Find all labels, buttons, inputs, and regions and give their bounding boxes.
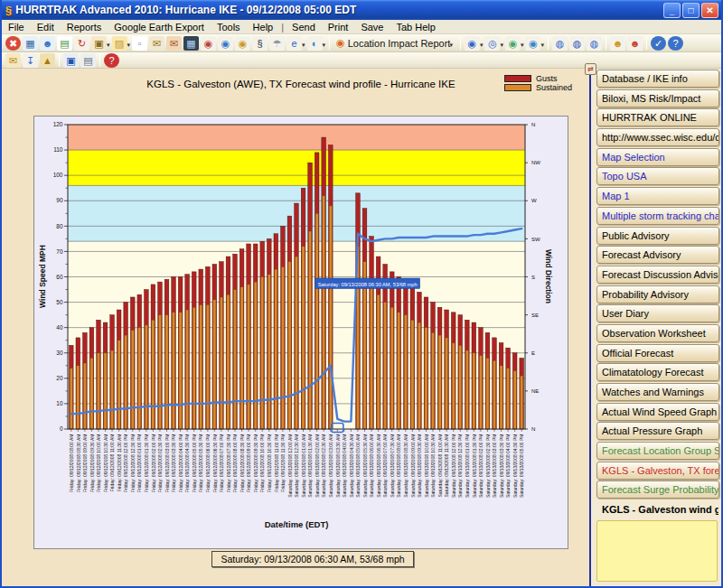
- svg-text:Friday: 09/12/2008 05:00 PM: Friday: 09/12/2008 05:00 PM: [192, 434, 197, 493]
- tab-climatatology-forecast[interactable]: Climatatology Forecast: [596, 363, 719, 381]
- tab-kgls-galveston-tx-forecast-deta[interactable]: KGLS - Galveston, TX forecast deta: [596, 462, 719, 480]
- mail-receive-icon[interactable]: ✉: [166, 36, 182, 51]
- user-profile-icon[interactable]: ☻: [40, 36, 55, 51]
- import-data-icon[interactable]: ↧: [23, 53, 38, 68]
- tab-map-1[interactable]: Map 1: [596, 187, 719, 205]
- dropdown-arrow-icon[interactable]: ▾: [480, 42, 484, 49]
- archive-stamp-icon[interactable]: ▲: [40, 53, 55, 68]
- location-impact-report-button[interactable]: ◉Location Impact Report▾: [333, 37, 457, 49]
- svg-text:Saturday: 09/13/2008 10:00 AM: Saturday: 09/13/2008 10:00 AM: [424, 434, 429, 498]
- tab-forecast-surge-probability[interactable]: Forecast Surge Probability: [596, 481, 719, 499]
- svg-text:Saturday: 09/13/2008 07:00 AM: Saturday: 09/13/2008 07:00 AM: [382, 434, 388, 498]
- dropdown-arrow-icon[interactable]: ▾: [521, 42, 524, 49]
- main-content: KGLS - Galveston (AWE), TX Forecast wind…: [2, 69, 721, 588]
- tab-map-selection[interactable]: Map Selection: [596, 148, 719, 166]
- menu-file[interactable]: File: [2, 22, 31, 33]
- map-image-icon[interactable]: ▦: [183, 36, 199, 51]
- sidebar-collapse-button[interactable]: ⇄: [585, 63, 596, 75]
- tab-multiple-storm-tracking-chart[interactable]: Multiple storm tracking chart: [596, 207, 719, 225]
- help-stop-icon[interactable]: ?: [104, 53, 119, 68]
- tab-actual-wind-speed-graph[interactable]: Actual Wind Speed Graph: [596, 403, 719, 421]
- analyst-alert-icon[interactable]: ☻: [627, 36, 643, 51]
- hurricane-symbol-icon[interactable]: §: [252, 36, 268, 51]
- globe-weather-icon[interactable]: ◉: [235, 36, 250, 51]
- report-sphere3-icon[interactable]: ◉: [525, 36, 540, 51]
- svg-text:Saturday: 09/13/2008 01:30 PM: Saturday: 09/13/2008 01:30 PM: [472, 434, 477, 499]
- tab-official-forecast[interactable]: Official Forecast: [596, 344, 719, 362]
- web-browser-icon[interactable]: e: [286, 36, 302, 51]
- globe-info1-icon[interactable]: ◍: [552, 36, 568, 51]
- dropdown-arrow-icon[interactable]: ▾: [500, 42, 503, 49]
- dropdown-arrow-icon[interactable]: ▾: [323, 42, 326, 49]
- print-icon[interactable]: ▤: [80, 53, 96, 68]
- toolbar-separator: [606, 37, 606, 50]
- dropdown-arrow-icon[interactable]: ▾: [127, 42, 131, 49]
- tab-topo-usa[interactable]: Topo USA: [596, 167, 719, 185]
- chart-legend: Gusts Sustained: [504, 74, 572, 92]
- menu-save[interactable]: Save: [354, 22, 390, 33]
- maximize-button[interactable]: □: [682, 3, 700, 18]
- svg-text:Saturday: 09/13/2008 06:00 AM: Saturday: 09/13/2008 06:00 AM: [369, 434, 374, 498]
- menu-print[interactable]: Print: [322, 22, 355, 33]
- minimize-button[interactable]: _: [663, 3, 681, 18]
- menu-tools[interactable]: Tools: [211, 22, 247, 33]
- report-spheres-icon[interactable]: ◉: [505, 36, 521, 51]
- report-sphere2-icon[interactable]: ◎: [484, 36, 500, 51]
- dropdown-arrow-icon[interactable]: ▾: [302, 42, 305, 49]
- report-sphere1-icon[interactable]: ◉: [465, 36, 480, 51]
- menu-google-earth-export[interactable]: Google Earth Export: [108, 22, 211, 33]
- menu-send[interactable]: Send: [286, 22, 322, 33]
- tab-database-ike-info[interactable]: Database / IKE info: [596, 70, 719, 88]
- globe-atlantic-icon[interactable]: ◉: [218, 36, 233, 51]
- report-form-icon[interactable]: ▤: [57, 36, 72, 51]
- tab-watches-and-warnings[interactable]: Watches and Warnings: [596, 383, 719, 401]
- menu-tab-help[interactable]: Tab Help: [390, 22, 441, 33]
- svg-text:Friday: 09/12/2008 11:00 AM: Friday: 09/12/2008 11:00 AM: [109, 434, 115, 492]
- help-icon[interactable]: ?: [668, 36, 683, 51]
- menu-edit[interactable]: Edit: [31, 22, 61, 33]
- tab-forecast-location-group-summary[interactable]: Forecast Location Group Summary: [596, 442, 719, 460]
- tab-forecast-advisory[interactable]: Forecast Advisory: [596, 246, 719, 264]
- tab-biloxi-ms-risk-impact[interactable]: Biloxi, MS Risk/Impact: [596, 89, 719, 107]
- dropdown-arrow-icon[interactable]: ▾: [107, 42, 110, 49]
- hurricane-app-icon: §: [5, 4, 12, 17]
- tab-http-www-ssec-wisc-edu-data-g8-lat[interactable]: http://www.ssec.wisc.edu/data/g8/lat: [596, 128, 719, 146]
- save-icon[interactable]: ▣: [63, 53, 79, 68]
- database-icon[interactable]: ▣: [91, 36, 107, 51]
- globe-info3-icon[interactable]: ◍: [587, 36, 602, 51]
- tab-hurrtrak-online[interactable]: HURRTRAK ONLINE: [596, 108, 719, 126]
- menu-reports[interactable]: Reports: [61, 22, 108, 33]
- svg-text:N: N: [531, 426, 535, 432]
- google-earth-icon[interactable]: ◐: [307, 36, 323, 51]
- analyst-query-icon[interactable]: ☻: [610, 36, 625, 51]
- svg-text:Saturday: 09/13/2008 01:30 AM: Saturday: 09/13/2008 01:30 AM: [307, 434, 313, 498]
- mail-open-icon[interactable]: ✉: [5, 53, 21, 68]
- rainfall-icon[interactable]: ☂: [269, 36, 285, 51]
- svg-text:Saturday: 09/13/2008 09:00 AM: Saturday: 09/13/2008 09:00 AM: [410, 434, 416, 498]
- tab-public-advisory[interactable]: Public Advisory: [596, 227, 719, 245]
- tab-observation-worksheet[interactable]: Observation Worksheet: [596, 324, 719, 342]
- menu-help[interactable]: Help: [247, 22, 280, 33]
- svg-text:Friday: 09/12/2008 09:00 PM: Friday: 09/12/2008 09:00 PM: [246, 434, 251, 493]
- open-folder-icon[interactable]: ▨: [112, 36, 127, 51]
- svg-text:Friday: 09/12/2008 03:30 PM: Friday: 09/12/2008 03:30 PM: [171, 434, 176, 493]
- close-report-icon[interactable]: ✖: [5, 36, 21, 51]
- mail-send-icon[interactable]: ✉: [149, 36, 164, 51]
- globe-info2-icon[interactable]: ◍: [569, 36, 585, 51]
- tab-actual-pressure-graph[interactable]: Actual Pressure Graph: [596, 422, 719, 440]
- right-axis-title: Wind Direction: [544, 249, 553, 303]
- globe-storm-icon[interactable]: ◉: [201, 36, 216, 51]
- tracking-table-icon[interactable]: ▦: [23, 36, 38, 51]
- verify-icon[interactable]: ✓: [651, 36, 666, 51]
- close-button[interactable]: ✕: [701, 3, 718, 18]
- tab-forecast-discussion-advisory[interactable]: Forecast Discussion Advisory: [596, 266, 719, 284]
- svg-text:Friday: 09/12/2008 12:00 PM: Friday: 09/12/2008 12:00 PM: [123, 434, 128, 493]
- dropdown-arrow-icon[interactable]: ▾: [540, 42, 544, 49]
- wind-profile-chart[interactable]: 0102030405060708090100110120NNEESESSWWNW…: [33, 116, 568, 549]
- tab-user-diary[interactable]: User Diary: [596, 304, 719, 322]
- new-report-icon[interactable]: ▫: [132, 36, 147, 51]
- svg-text:Friday: 09/12/2008 11:30 PM: Friday: 09/12/2008 11:30 PM: [280, 434, 286, 492]
- tab-probability-advisory[interactable]: Probability Advisory: [596, 285, 719, 303]
- tab-active-kgls-galveston-wind-graph[interactable]: KGLS - Galveston wind graph: [596, 500, 719, 518]
- refresh-data-icon[interactable]: ↻: [74, 36, 89, 51]
